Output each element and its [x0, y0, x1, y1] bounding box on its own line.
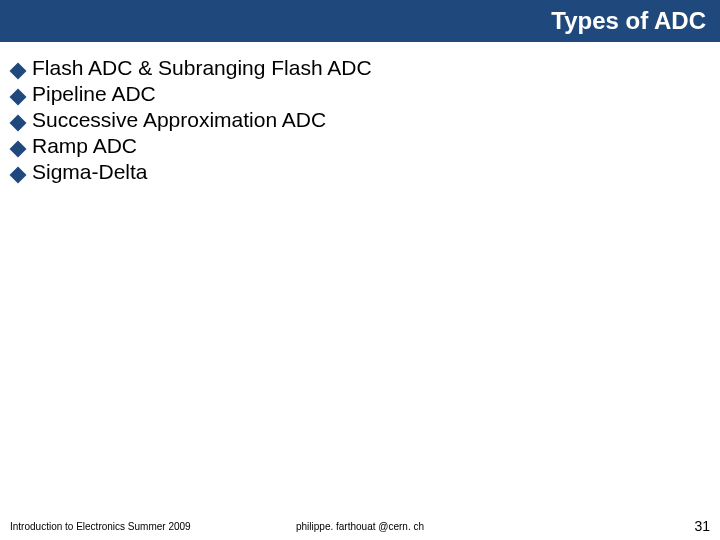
- bullet-text: Pipeline ADC: [32, 82, 156, 106]
- footer-left-text: Introduction to Electronics Summer 2009: [10, 521, 191, 532]
- diamond-bullet-icon: [10, 115, 27, 132]
- slide-footer: Introduction to Electronics Summer 2009 …: [0, 518, 720, 534]
- slide-header: Types of ADC: [0, 0, 720, 42]
- diamond-bullet-icon: [10, 167, 27, 184]
- list-item: Sigma-Delta: [12, 160, 708, 184]
- bullet-text: Ramp ADC: [32, 134, 137, 158]
- bullet-text: Successive Approximation ADC: [32, 108, 326, 132]
- footer-center-text: philippe. farthouat @cern. ch: [296, 521, 424, 532]
- diamond-bullet-icon: [10, 89, 27, 106]
- diamond-bullet-icon: [10, 141, 27, 158]
- slide-title: Types of ADC: [551, 7, 706, 35]
- list-item: Flash ADC & Subranging Flash ADC: [12, 56, 708, 80]
- slide-number: 31: [694, 518, 710, 534]
- list-item: Successive Approximation ADC: [12, 108, 708, 132]
- list-item: Pipeline ADC: [12, 82, 708, 106]
- slide-content: Flash ADC & Subranging Flash ADC Pipelin…: [0, 42, 720, 184]
- bullet-text: Sigma-Delta: [32, 160, 148, 184]
- diamond-bullet-icon: [10, 63, 27, 80]
- list-item: Ramp ADC: [12, 134, 708, 158]
- bullet-text: Flash ADC & Subranging Flash ADC: [32, 56, 372, 80]
